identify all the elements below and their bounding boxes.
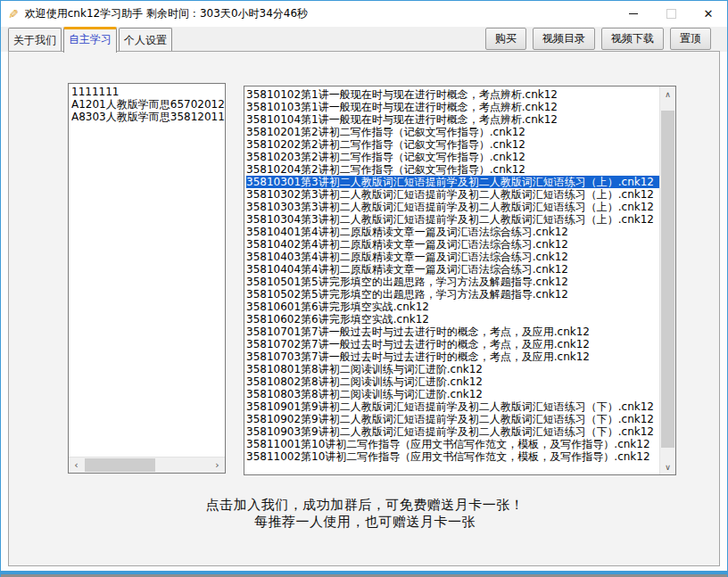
course-list: 1111111A1201人教版学而思65702012—年A8303人教版学而思3… xyxy=(69,84,225,457)
lesson-list-item[interactable]: 35810502第5讲完形填空的出题思路，学习方法及解题指导.cnk12 xyxy=(246,288,660,301)
promo-line-2: 每推荐一人使用，也可赠送月卡一张 xyxy=(1,514,728,531)
promo-line-1: 点击加入我们，成功加群后，可免费赠送月卡一张！ xyxy=(1,497,728,514)
lesson-list-item[interactable]: 35810104第1讲一般现在时与现在进行时概念，考点辨析.cnk12 xyxy=(246,113,660,126)
vertical-scrollbar[interactable]: ∧ ∨ xyxy=(659,87,675,474)
tab-list: 关于我们自主学习个人设置 xyxy=(8,27,174,52)
lesson-list-item[interactable]: 35810204第2讲初二写作指导（记叙文写作指导）.cnk12 xyxy=(246,163,660,176)
tab[interactable]: 自主学习 xyxy=(63,27,117,53)
toolbar-button[interactable]: 置顶 xyxy=(670,28,711,50)
lesson-list-item[interactable]: 35810403第4讲初二原版精读文章一篇及词汇语法综合练习.cnk12 xyxy=(246,251,660,263)
lesson-list-item[interactable]: 35811001第10讲初二写作指导（应用文书信写作范文，模板，及写作指导）.c… xyxy=(246,438,660,450)
maximize-icon xyxy=(666,9,676,19)
scroll-left-icon[interactable]: ‹ xyxy=(69,457,84,473)
minimize-icon xyxy=(629,13,638,14)
close-button[interactable]: ✕ xyxy=(690,1,727,27)
tab-bar: 关于我们自主学习个人设置 购买视频目录视频下载置顶 xyxy=(1,27,727,52)
lesson-list-item[interactable]: 35810401第4讲初二原版精读文章一篇及词汇语法综合练习.cnk12 xyxy=(246,226,660,238)
lesson-list-item[interactable]: 35810201第2讲初二写作指导（记叙文写作指导）.cnk12 xyxy=(246,126,660,138)
lesson-list-item[interactable]: 35810602第6讲完形填空实战.cnk12 xyxy=(246,313,660,326)
lesson-list-item[interactable]: 35810202第2讲初二写作指导（记叙文写作指导）.cnk12 xyxy=(246,138,660,151)
app-window: ✎ 欢迎使用cnk12学习助手 剩余时间：303天0小时34分46秒 ✕ 关于我… xyxy=(0,0,728,577)
toolbar-button[interactable]: 购买 xyxy=(485,28,526,50)
close-icon: ✕ xyxy=(704,8,714,20)
lesson-list-item[interactable]: 35810702第7讲一般过去时与过去进行时的概念，考点，及应用.cnk12 xyxy=(246,338,660,350)
lesson-list-item[interactable]: 35810902第9讲初二人教版词汇短语提前学及初二人教版词汇短语练习（下）.c… xyxy=(246,413,660,425)
window-title: 欢迎使用cnk12学习助手 剩余时间：303天0小时34分46秒 xyxy=(25,6,308,21)
minimize-button[interactable] xyxy=(615,1,652,27)
lesson-list-item[interactable]: 35810301第3讲初二人教版词汇短语提前学及初二人教版词汇短语练习（上）.c… xyxy=(246,176,660,188)
lesson-list-item[interactable]: 35810903第9讲初二人教版词汇短语提前学及初二人教版词汇短语练习（下）.c… xyxy=(246,425,660,438)
scroll-up-icon[interactable]: ∧ xyxy=(660,87,675,102)
toolbar-button[interactable]: 视频目录 xyxy=(533,28,595,50)
horizontal-scrollbar-thumb[interactable] xyxy=(85,458,155,472)
tab[interactable]: 关于我们 xyxy=(8,28,62,52)
lesson-list-item[interactable]: 35810402第4讲初二原版精读文章一篇及词汇语法综合练习.cnk12 xyxy=(246,238,660,251)
lesson-list-item[interactable]: 35810404第4讲初二原版精读文章一篇及词汇语法综合练习.cnk12 xyxy=(246,263,660,276)
titlebar: ✎ 欢迎使用cnk12学习助手 剩余时间：303天0小时34分46秒 ✕ xyxy=(1,1,727,27)
lesson-list-item[interactable]: 35810703第7讲一般过去时与过去进行时的概念，考点，及应用.cnk12 xyxy=(246,350,660,363)
lesson-listbox[interactable]: 35810102第1讲一般现在时与现在进行时概念，考点辨析.cnk1235810… xyxy=(244,86,676,475)
lesson-list-item[interactable]: 35810203第2讲初二写作指导（记叙文写作指导）.cnk12 xyxy=(246,151,660,163)
lesson-list-item[interactable]: 35810103第1讲一般现在时与现在进行时概念，考点辨析.cnk12 xyxy=(246,101,660,113)
lesson-list-item[interactable]: 35810901第9讲初二人教版词汇短语提前学及初二人教版词汇短语练习（下）.c… xyxy=(246,400,660,413)
lesson-list: 35810102第1讲一般现在时与现在进行时概念，考点辨析.cnk1235810… xyxy=(244,87,660,474)
pencil-icon: ✎ xyxy=(8,7,19,21)
lesson-list-item[interactable]: 35811002第10讲初二写作指导（应用文书信写作范文，模板，及写作指导）.c… xyxy=(246,450,660,463)
course-listbox[interactable]: 1111111A1201人教版学而思65702012—年A8303人教版学而思3… xyxy=(68,83,226,474)
horizontal-scrollbar[interactable]: ‹ › xyxy=(69,457,225,473)
course-list-item[interactable]: 1111111 xyxy=(71,86,225,98)
lesson-list-item[interactable]: 35810304第3讲初二人教版词汇短语提前学及初二人教版词汇短语练习（上）.c… xyxy=(246,213,660,226)
lesson-list-item[interactable]: 35810501第5讲完形填空的出题思路，学习方法及解题指导.cnk12 xyxy=(246,276,660,288)
course-list-item[interactable]: A1201人教版学而思65702012—年 xyxy=(71,98,225,111)
scroll-right-icon[interactable]: › xyxy=(210,457,225,473)
lesson-list-item[interactable]: 35810802第8讲初二阅读训练与词汇进阶.cnk12 xyxy=(246,375,660,388)
maximize-button xyxy=(652,1,690,27)
lesson-list-item[interactable]: 35810302第3讲初二人教版词汇短语提前学及初二人教版词汇短语练习（上）.c… xyxy=(246,188,660,201)
course-list-item[interactable]: A8303人教版学而思35812011初二 xyxy=(71,111,225,123)
lesson-list-item[interactable]: 35810303第3讲初二人教版词汇短语提前学及初二人教版词汇短语练习（上）.c… xyxy=(246,201,660,213)
scroll-down-icon[interactable]: ∨ xyxy=(660,459,675,474)
toolbar-button[interactable]: 视频下载 xyxy=(601,28,664,50)
lesson-list-item[interactable]: 35810701第7讲一般过去时与过去进行时的概念，考点，及应用.cnk12 xyxy=(246,326,660,338)
lesson-list-item[interactable]: 35810601第6讲完形填空实战.cnk12 xyxy=(246,301,660,313)
toolbar: 购买视频目录视频下载置顶 xyxy=(485,28,711,50)
lesson-list-item[interactable]: 35810803第8讲初二阅读训练与词汇进阶.cnk12 xyxy=(246,388,660,400)
tab[interactable]: 个人设置 xyxy=(119,28,172,52)
vertical-scrollbar-thumb[interactable] xyxy=(661,111,674,448)
window-controls: ✕ xyxy=(615,1,727,27)
lesson-list-item[interactable]: 35810102第1讲一般现在时与现在进行时概念，考点辨析.cnk12 xyxy=(246,88,660,101)
lesson-list-item[interactable]: 35810801第8讲初二阅读训练与词汇进阶.cnk12 xyxy=(246,363,660,375)
